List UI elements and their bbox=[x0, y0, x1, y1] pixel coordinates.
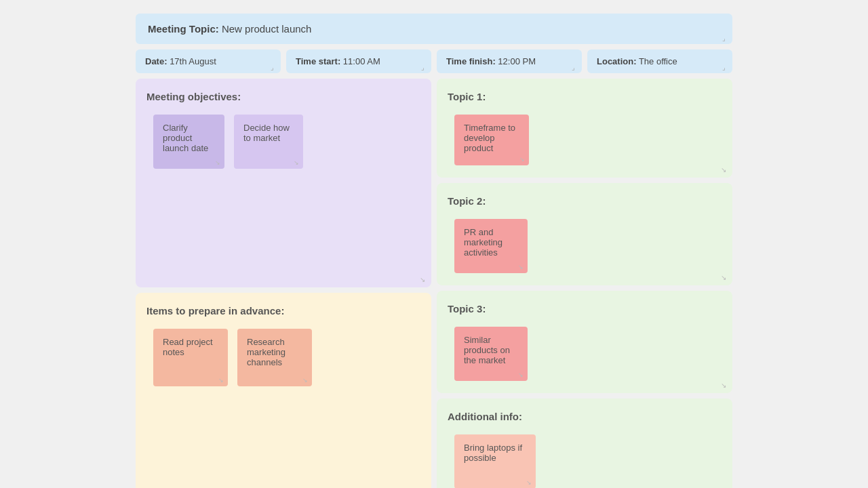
objectives-title: Meeting objectives: bbox=[146, 91, 420, 102]
note-decide[interactable]: Decide how to market bbox=[234, 115, 303, 169]
date-value: 17th August bbox=[170, 56, 216, 66]
topic2-section: Topic 2: PR and marketing activities bbox=[437, 183, 732, 285]
topic-value: New product launch bbox=[222, 23, 312, 35]
location-label: Location: bbox=[597, 56, 637, 66]
objectives-notes: Clarify product launch date Decide how t… bbox=[146, 115, 420, 169]
time-start-label: Time start: bbox=[296, 56, 340, 66]
resize-handle: ⌟ bbox=[572, 64, 577, 70]
note-research-marketing[interactable]: Research marketing channels bbox=[237, 329, 312, 386]
topic-label: Meeting Topic: bbox=[148, 23, 219, 35]
meta-row: Date: 17th August ⌟ Time start: 11:00 AM… bbox=[136, 49, 732, 73]
objectives-section: Meeting objectives: Clarify product laun… bbox=[136, 79, 431, 287]
main-grid: Meeting objectives: Clarify product laun… bbox=[136, 79, 732, 488]
note-pr-marketing[interactable]: PR and marketing activities bbox=[454, 219, 528, 273]
header-topic: Meeting Topic: New product launch ⌟ bbox=[136, 14, 732, 44]
topic1-section: Topic 1: Timeframe to develop product bbox=[437, 79, 732, 178]
board: Meeting Topic: New product launch ⌟ Date… bbox=[136, 14, 732, 488]
resize-handle: ⌟ bbox=[421, 64, 427, 70]
additional-section: Additional info: Bring laptops if possib… bbox=[437, 399, 732, 488]
location-value: The office bbox=[639, 56, 677, 66]
topic3-title: Topic 3: bbox=[448, 303, 722, 314]
resize-handle: ⌟ bbox=[722, 64, 728, 70]
prepare-section: Items to prepare in advance: Read projec… bbox=[136, 293, 431, 489]
additional-title: Additional info: bbox=[448, 411, 722, 422]
note-similar-products[interactable]: Similar products on the market bbox=[454, 327, 528, 381]
time-start-cell: Time start: 11:00 AM ⌟ bbox=[286, 49, 431, 73]
topic3-notes: Similar products on the market bbox=[448, 327, 722, 381]
date-label: Date: bbox=[145, 56, 167, 66]
time-start-value: 11:00 AM bbox=[343, 56, 380, 66]
time-finish-value: 12:00 PM bbox=[498, 56, 536, 66]
right-column: Topic 1: Timeframe to develop product To… bbox=[437, 79, 732, 488]
prepare-notes: Read project notes Research marketing ch… bbox=[146, 329, 420, 386]
left-column: Meeting objectives: Clarify product laun… bbox=[136, 79, 431, 488]
additional-notes: Bring laptops if possible bbox=[448, 434, 722, 488]
topic3-section: Topic 3: Similar products on the market bbox=[437, 291, 732, 393]
location-cell: Location: The office ⌟ bbox=[587, 49, 732, 73]
resize-handle: ⌟ bbox=[271, 64, 276, 70]
prepare-title: Items to prepare in advance: bbox=[146, 305, 420, 317]
note-bring-laptops[interactable]: Bring laptops if possible bbox=[454, 434, 536, 488]
note-timeframe[interactable]: Timeframe to develop product bbox=[454, 115, 529, 165]
note-read-project[interactable]: Read project notes bbox=[153, 329, 228, 386]
date-cell: Date: 17th August ⌟ bbox=[136, 49, 281, 73]
topic1-title: Topic 1: bbox=[448, 91, 722, 102]
note-clarify[interactable]: Clarify product launch date bbox=[153, 115, 224, 169]
time-finish-label: Time finish: bbox=[446, 56, 496, 66]
topic2-notes: PR and marketing activities bbox=[448, 219, 722, 273]
resize-handle: ⌟ bbox=[722, 35, 728, 41]
topic2-title: Topic 2: bbox=[448, 195, 722, 207]
time-finish-cell: Time finish: 12:00 PM ⌟ bbox=[437, 49, 582, 73]
topic1-notes: Timeframe to develop product bbox=[448, 115, 722, 165]
